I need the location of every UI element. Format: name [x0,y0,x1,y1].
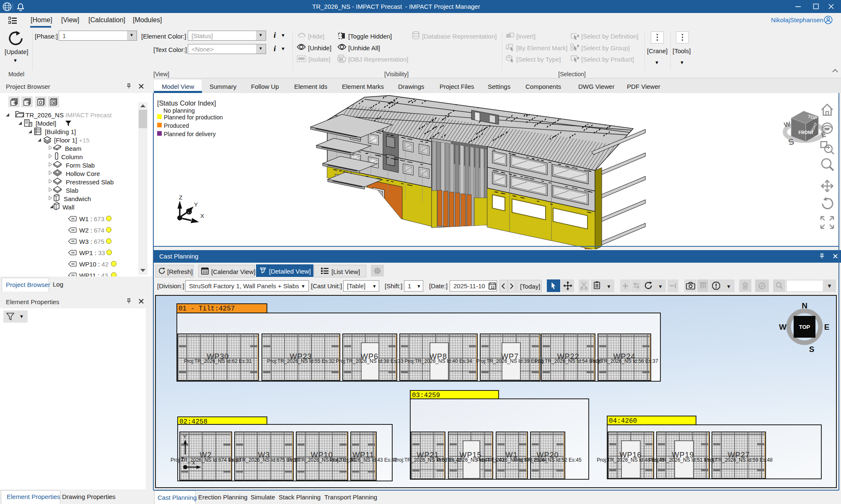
svg-text:Proj:TR_2026_NS Id:39 Es:35: Proj:TR_2026_NS Id:39 Es:35 [476,358,544,364]
svg-text:12: 12 [491,285,495,289]
svg-text:Proj:TR_2026_NS Id:56 Es:37: Proj:TR_2026_NS Id:56 Es:37 [590,358,658,364]
svg-text:Proj:TR_2026_NS Id:52 Es:45: Proj:TR_2026_NS Id:52 Es:45 [514,457,582,463]
svg-text:X: X [200,213,204,219]
svg-text:01 - Tilt:4257: 01 - Tilt:4257 [179,305,235,313]
svg-text:04:4260: 04:4260 [609,417,637,425]
svg-text:W: W [783,120,791,129]
svg-text:W: W [779,323,787,331]
svg-text:N: N [802,301,807,310]
svg-text:TOP: TOP [799,324,810,330]
svg-text:Z: Z [179,194,182,201]
svg-text:02:4258: 02:4258 [179,418,207,426]
svg-text:Proj:TR_2026_NS Id:62 Es:31: Proj:TR_2026_NS Id:62 Es:31 [184,358,252,364]
svg-text:03:4259: 03:4259 [412,392,440,399]
svg-text:X: X [192,460,195,466]
svg-text:Proj:TR_2026_NS Id:55 Es:32: Proj:TR_2026_NS Id:55 Es:32 [267,358,335,364]
svg-text:Proj:TR_2026_NS Id:59 Es:48: Proj:TR_2026_NS Id:59 Es:48 [705,457,773,463]
svg-text:Proj:TR_2026_NS Id:40 Es:34: Proj:TR_2026_NS Id:40 Es:34 [404,358,472,364]
svg-text:Proj:TR_2026_NS Id:38 Es:33: Proj:TR_2026_NS Id:38 Es:33 [336,358,404,364]
svg-text:Y: Y [194,202,198,208]
svg-text:Proj:TR_2026_NS Id:43 Es:41: Proj:TR_2026_NS Id:43 Es:41 [329,457,397,463]
svg-text:Y: Y [183,434,186,440]
svg-text:S: S [809,345,815,354]
svg-text:E: E [824,323,830,331]
svg-text:Z: Z [181,457,184,463]
